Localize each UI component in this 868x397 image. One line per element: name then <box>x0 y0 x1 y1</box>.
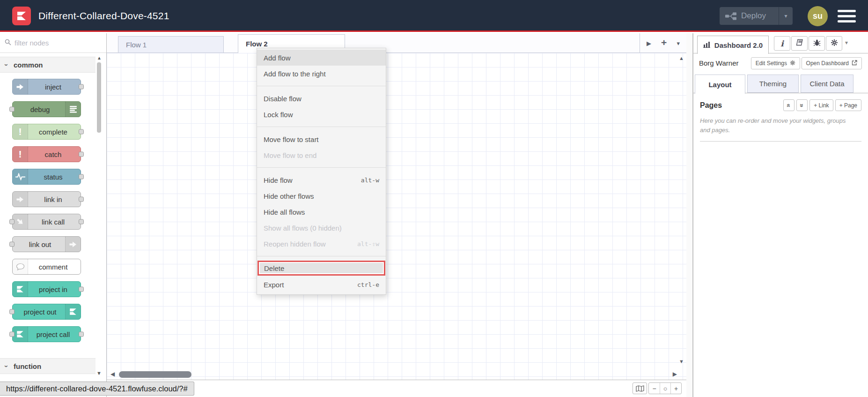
palette-scrollbar-thumb[interactable] <box>97 62 101 133</box>
menu-item-move-flow-start[interactable]: Move flow to start <box>257 131 386 147</box>
menu-item-disable-flow[interactable]: Disable flow <box>257 90 386 106</box>
palette-search[interactable] <box>0 33 106 53</box>
pages-description: Here you can re-order and move your widg… <box>700 116 861 135</box>
tab-client-data[interactable]: Client Data <box>801 75 853 93</box>
node-red-editor: { "colors": { "header_bg": "#232e3f", "a… <box>0 0 868 397</box>
heartbeat-icon <box>13 169 28 184</box>
instance-name: Borg Warner <box>699 59 738 67</box>
menu-item-export[interactable]: Export ctrl-e <box>257 277 386 292</box>
menu-item-hide-other-flows[interactable]: Hide other flows <box>257 188 386 204</box>
bug-icon <box>813 39 821 48</box>
link-arrow-icon <box>65 237 81 252</box>
sidebar: Dashboard 2.0 i <box>693 33 868 397</box>
browser-status-url: https://different-collared-dove-4521.flo… <box>0 382 194 396</box>
add-flow-icon[interactable]: + <box>661 37 667 48</box>
deploy-label: Deploy <box>741 11 766 21</box>
zoom-out-button[interactable]: − <box>649 383 660 394</box>
flowfuse-logo-icon <box>12 7 31 25</box>
canvas-scroll-left-icon[interactable]: ◀ <box>110 371 115 377</box>
settings-button[interactable] <box>826 36 842 51</box>
palette-node-status[interactable]: status <box>12 169 81 185</box>
menu-item-hide-all-flows[interactable]: Hide all flows <box>257 204 386 220</box>
node-palette: › common inject debug ! complete ! catch <box>0 33 107 397</box>
canvas-scroll-up-icon[interactable]: ▲ <box>679 55 684 61</box>
palette-node-inject[interactable]: inject <box>12 79 81 95</box>
menu-item-add-flow-right[interactable]: Add flow to the right <box>257 66 386 82</box>
flow-list-caret-icon[interactable]: ▾ <box>677 40 680 47</box>
palette-node-comment[interactable]: comment <box>12 259 81 275</box>
navigator-map-icon[interactable] <box>633 382 647 394</box>
dashboard-instance-row: Borg Warner Edit Settings Open Dashboard <box>693 53 868 73</box>
menu-separator <box>257 167 386 168</box>
link-arrow-icon <box>13 214 28 229</box>
tab-flow-1[interactable]: Flow 1 <box>118 36 224 53</box>
gear-icon <box>831 39 838 48</box>
palette-node-catch[interactable]: ! catch <box>12 146 81 162</box>
info-icon: i <box>780 39 783 48</box>
menu-item-reopen-hidden-flow[interactable]: Reopen hidden flow alt-⇧w <box>257 236 386 252</box>
tab-theming[interactable]: Theming <box>747 75 799 93</box>
node-port <box>9 219 15 225</box>
add-link-button[interactable]: + Link <box>809 99 833 111</box>
move-down-button[interactable]: » <box>796 99 808 111</box>
palette-node-link-call[interactable]: link call <box>12 214 81 230</box>
sidebar-tab-dashboard[interactable]: Dashboard 2.0 <box>697 36 769 54</box>
zoom-controls: − ○ + <box>648 382 682 394</box>
canvas-scroll-right-icon[interactable]: ▶ <box>673 371 677 377</box>
palette-category-common[interactable]: › common <box>0 57 96 73</box>
user-avatar[interactable]: su <box>808 6 828 26</box>
node-port <box>9 107 15 112</box>
sidebar-header: Dashboard 2.0 i <box>693 33 868 53</box>
palette-node-complete[interactable]: ! complete <box>12 124 81 140</box>
open-dashboard-button[interactable]: Open Dashboard <box>802 57 862 69</box>
menu-item-delete[interactable]: Delete <box>257 261 385 276</box>
external-link-icon <box>852 60 857 67</box>
section-divider <box>700 141 861 142</box>
sidebar-splitter[interactable] <box>686 33 693 397</box>
list-lines-icon <box>65 102 81 117</box>
node-port <box>79 332 84 337</box>
menu-item-move-flow-end[interactable]: Move flow to end <box>257 147 386 163</box>
tab-scroll-right-icon[interactable]: ▶ <box>647 40 651 47</box>
palette-node-link-in[interactable]: link in <box>12 191 81 207</box>
palette-scroll-up-icon[interactable]: ▲ <box>97 55 102 60</box>
chevron-down-icon: › <box>3 64 11 66</box>
exclamation-icon: ! <box>13 124 28 139</box>
menu-item-add-flow[interactable]: Add flow <box>257 50 386 66</box>
zoom-in-button[interactable]: + <box>670 383 681 394</box>
palette-node-link-out[interactable]: link out <box>12 236 81 252</box>
chevron-double-down-icon: » <box>798 104 806 107</box>
canvas-hscrollbar-thumb[interactable] <box>119 371 191 378</box>
tab-layout[interactable]: Layout <box>695 75 745 94</box>
palette-node-project-out[interactable]: project out <box>12 304 81 320</box>
palette-node-debug[interactable]: debug <box>12 101 81 117</box>
palette-category-function[interactable]: › function <box>0 358 96 374</box>
palette-scroll-down-icon[interactable]: ▼ <box>96 370 102 376</box>
debug-button[interactable] <box>809 36 825 51</box>
node-port <box>79 152 84 157</box>
flowfuse-icon <box>13 327 28 342</box>
node-port <box>9 309 15 315</box>
filter-nodes-input[interactable] <box>15 39 85 47</box>
sidebar-tabs-caret-icon[interactable]: ▾ <box>845 39 848 46</box>
node-port <box>79 197 84 202</box>
help-book-button[interactable] <box>791 36 808 51</box>
zoom-reset-button[interactable]: ○ <box>660 383 670 394</box>
info-button[interactable]: i <box>774 36 790 51</box>
link-arrow-icon <box>13 192 28 207</box>
flow-tab-bar: Flow 1 Flow 2 ▶ + ▾ <box>107 33 686 53</box>
move-up-button[interactable]: « <box>783 99 794 111</box>
deploy-options-caret-icon[interactable]: ▾ <box>779 7 793 25</box>
main-menu-icon[interactable] <box>838 10 856 22</box>
menu-item-lock-flow[interactable]: Lock flow <box>257 106 386 122</box>
menu-item-show-all-flows[interactable]: Show all flows (0 hidden) <box>257 220 386 236</box>
canvas-scroll-down-icon[interactable]: ▼ <box>679 359 684 364</box>
flow-canvas[interactable] <box>107 53 686 380</box>
deploy-button[interactable]: Deploy ▾ <box>720 7 793 25</box>
menu-item-hide-flow[interactable]: Hide flow alt-w <box>257 172 386 188</box>
node-port <box>79 174 84 180</box>
edit-settings-button[interactable]: Edit Settings <box>751 57 800 69</box>
add-page-button[interactable]: + Page <box>835 99 861 111</box>
palette-node-project-call[interactable]: project call <box>12 326 81 342</box>
palette-node-project-in[interactable]: project in <box>12 281 81 297</box>
